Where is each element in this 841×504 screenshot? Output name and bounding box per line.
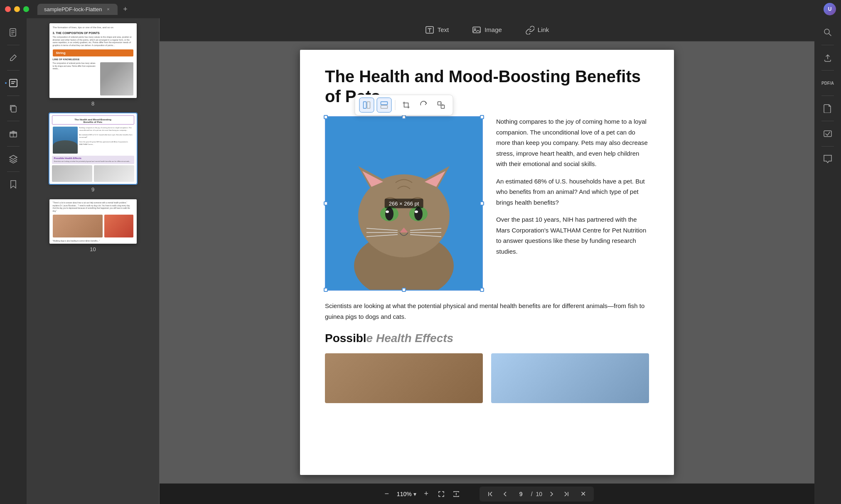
sidebar-item-annotate[interactable] xyxy=(4,74,22,92)
sidebar-divider-2 xyxy=(7,70,20,71)
new-tab-button[interactable]: + xyxy=(119,3,131,15)
comment-right-icon[interactable] xyxy=(819,150,837,168)
tab-title: samplePDF-lock-Flatten xyxy=(44,6,102,12)
article-layout: 266 × 266 pt Nothing compares to the joy… xyxy=(325,116,649,291)
sidebar-divider-3 xyxy=(7,95,20,96)
thumb-label-10: 10 xyxy=(90,246,96,252)
svg-rect-4 xyxy=(10,79,17,87)
right-divider-3 xyxy=(821,95,834,96)
active-dot xyxy=(5,82,7,84)
link-tool-button[interactable]: Link xyxy=(520,23,554,37)
tab-bar: samplePDF-lock-Flatten × + xyxy=(37,3,820,15)
thumb-card-8[interactable]: The formation of lines, tips or one of t… xyxy=(49,23,137,98)
svg-point-41 xyxy=(824,29,829,34)
minimize-window-button[interactable] xyxy=(14,6,20,12)
zoom-value-display: 110% ▾ xyxy=(395,491,418,497)
svg-rect-7 xyxy=(11,106,16,112)
page-area[interactable]: The Health and Mood-Boosting Benefits of… xyxy=(160,42,814,483)
thumbnail-page-9[interactable]: The Health and Mood-BoostingBenefits of … xyxy=(49,113,137,193)
content-area: Text Image xyxy=(160,18,814,504)
thumbnail-page-10[interactable]: "There's a lot to answer about how a cat… xyxy=(49,199,137,252)
image-tool-button[interactable]: Image xyxy=(467,23,507,37)
svg-point-29 xyxy=(414,207,423,220)
img-toolbar-btn-wrap-rect[interactable] xyxy=(377,98,392,113)
article-text: Nothing compares to the joy of coming ho… xyxy=(496,116,649,291)
sidebar-item-copy[interactable] xyxy=(4,99,22,117)
img-toolbar-btn-crop[interactable] xyxy=(399,98,414,113)
img-toolbar-btn-transform[interactable] xyxy=(434,98,449,113)
text-tool-icon xyxy=(425,25,434,34)
user-avatar[interactable]: U xyxy=(824,3,836,15)
pdf-icon[interactable]: PDF/A xyxy=(819,74,837,92)
zoom-dropdown-arrow[interactable]: ▾ xyxy=(413,491,416,497)
sidebar-item-edit[interactable] xyxy=(4,49,22,67)
text-tool-button[interactable]: Text xyxy=(420,23,454,37)
thumb-card-10[interactable]: "There's a lot to answer about how a cat… xyxy=(49,199,137,244)
sidebar-item-layers[interactable] xyxy=(4,150,22,168)
sidebar-right: PDF/A xyxy=(814,18,841,504)
zoom-decrease-button[interactable]: − xyxy=(380,487,393,501)
top-toolbar: Text Image xyxy=(160,18,814,42)
bottom-toolbar: − 110% ▾ + xyxy=(160,483,814,504)
page-next-button[interactable] xyxy=(546,488,557,500)
image-toolbar xyxy=(355,95,453,115)
tab-pdf[interactable]: samplePDF-lock-Flatten × xyxy=(37,4,118,15)
sidebar-divider-5 xyxy=(7,146,20,147)
sidebar-divider-4 xyxy=(7,121,20,121)
text-tool-label: Text xyxy=(438,26,449,33)
svg-rect-16 xyxy=(381,105,388,108)
right-divider-4 xyxy=(821,121,834,121)
thumbnail-panel[interactable]: The formation of lines, tips or one of t… xyxy=(27,18,160,504)
img-toolbar-btn-rotate[interactable] xyxy=(416,98,431,113)
thumb-label-9: 9 xyxy=(91,186,94,193)
upload-right-icon[interactable] xyxy=(819,49,837,67)
right-divider-2 xyxy=(821,70,834,71)
possible-heading: Possible Health Effects xyxy=(325,332,649,345)
thumb-card-9[interactable]: The Health and Mood-BoostingBenefits of … xyxy=(49,113,137,184)
article-footer: Scientists are looking at what the poten… xyxy=(325,301,649,322)
svg-rect-11 xyxy=(473,27,480,33)
main-layout: The formation of lines, tips or one of t… xyxy=(0,18,841,504)
toolbar-divider-1 xyxy=(395,100,396,110)
file-right-icon[interactable] xyxy=(819,99,837,117)
sidebar-left xyxy=(0,18,27,504)
page-first-button[interactable] xyxy=(484,488,496,500)
page-slash: / xyxy=(531,491,533,497)
fit-page-button[interactable] xyxy=(435,487,448,501)
image-container[interactable]: 266 × 266 pt xyxy=(325,116,483,291)
tab-close-button[interactable]: × xyxy=(105,6,111,12)
page-navigation: / 10 ✕ xyxy=(480,487,594,502)
cat-image[interactable] xyxy=(325,116,483,291)
sidebar-item-bookmark[interactable] xyxy=(4,175,22,193)
image-tool-label: Image xyxy=(484,26,502,33)
thumb8-string-badge: String xyxy=(53,49,133,56)
page-prev-button[interactable] xyxy=(499,488,511,500)
page-number-input[interactable] xyxy=(514,491,528,497)
fit-width-button[interactable] xyxy=(450,487,463,501)
check-right-icon[interactable] xyxy=(819,125,837,143)
page-nav-close-button[interactable]: ✕ xyxy=(577,488,589,500)
svg-rect-14 xyxy=(367,102,370,108)
sidebar-item-gift[interactable] xyxy=(4,125,22,143)
thumb-label-8: 8 xyxy=(91,100,94,107)
close-window-button[interactable] xyxy=(5,6,11,12)
image-tool-icon xyxy=(472,25,481,34)
maximize-window-button[interactable] xyxy=(23,6,29,12)
right-divider-5 xyxy=(821,146,834,147)
svg-point-28 xyxy=(385,207,393,220)
page-last-button[interactable] xyxy=(561,488,572,500)
zoom-increase-button[interactable]: + xyxy=(420,487,433,501)
title-bar: samplePDF-lock-Flatten × + U xyxy=(0,0,841,18)
article-para-1: Nothing compares to the joy of coming ho… xyxy=(496,116,649,169)
thumbnail-page-8[interactable]: The formation of lines, tips or one of t… xyxy=(49,23,137,107)
search-right-icon[interactable] xyxy=(819,23,837,42)
svg-rect-13 xyxy=(364,102,366,108)
sidebar-divider-6 xyxy=(7,171,20,172)
link-tool-label: Link xyxy=(538,26,549,33)
right-divider-1 xyxy=(821,45,834,45)
article-para-3: Over the past 10 years, NIH has partnere… xyxy=(496,214,649,257)
img-toolbar-btn-wrap-square[interactable] xyxy=(359,98,374,113)
zoom-control: − 110% ▾ + xyxy=(380,487,463,501)
article-para-2: An estimated 68% of U.S. households have… xyxy=(496,176,649,208)
sidebar-item-notes[interactable] xyxy=(4,23,22,42)
